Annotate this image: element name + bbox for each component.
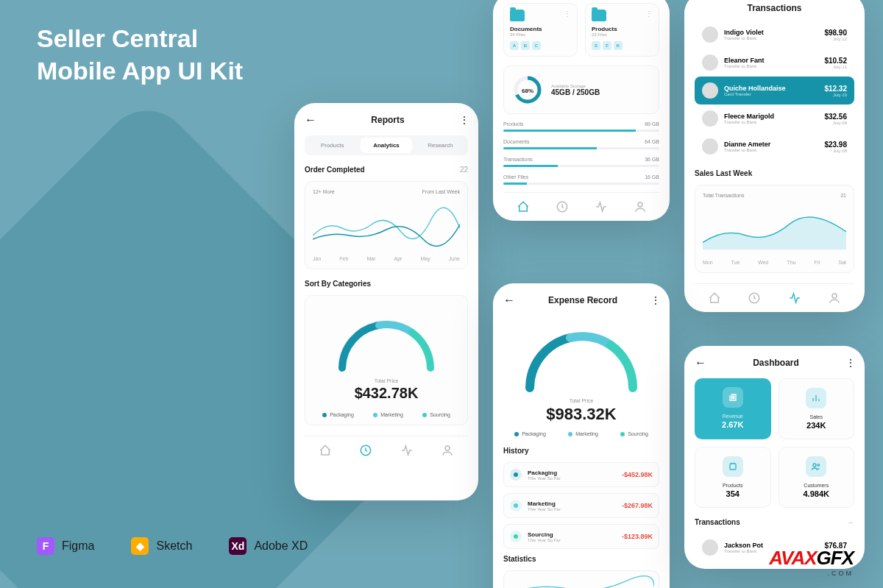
tool-adobe-xd: XdAdobe XD <box>229 537 308 555</box>
transaction-row[interactable]: Dianne AmeterTransfer to Bank$23.98July … <box>695 132 854 160</box>
history-list: PackagingThis Year So Far-$452.98KMarket… <box>503 462 659 549</box>
activity-icon[interactable] <box>595 200 608 213</box>
svg-point-8 <box>832 294 837 298</box>
history-title: History <box>503 447 528 455</box>
bar-row: Transactions36 GB <box>503 157 659 167</box>
more-icon[interactable]: ⋮ <box>459 114 468 126</box>
more-icon[interactable]: ⋮ <box>845 357 854 369</box>
x-axis-months: JanFebMarAprMayJune <box>313 256 460 261</box>
bar-row: Other Files16 GB <box>503 174 659 185</box>
user-icon[interactable] <box>634 200 647 213</box>
activity-icon[interactable] <box>400 444 414 457</box>
legend-item: Packaging <box>514 431 546 436</box>
exp-gauge-value: $983.32K <box>503 405 659 424</box>
phone-dashboard: ← Dashboard ⋮ Revenue2.67KSales234KProdu… <box>684 346 865 569</box>
legend-item: Sourcing <box>422 412 450 417</box>
tools-row: FFigma◆SketchXdAdobe XD <box>37 537 308 555</box>
tab-analytics[interactable]: Analytics <box>361 138 411 153</box>
phone-reports: ← Reports ⋮ ProductsAnalyticsResearch Or… <box>294 103 478 500</box>
dash-trans-title: Transactions <box>695 518 740 526</box>
storage-card: 68% Available Storage45GB / 250GB <box>503 65 659 114</box>
section-order-completed: Order Completed <box>305 166 365 174</box>
phone-transactions: Transactions Indigo VioletTransfer to Ba… <box>684 0 865 312</box>
folder-row: ⋮Documents34 FilesABC⋮Products23 FilesSF… <box>503 3 659 57</box>
exp-gauge-label: Total Price <box>503 398 659 403</box>
svg-point-6 <box>638 202 642 207</box>
more-label: 12+ More <box>313 189 335 194</box>
back-icon[interactable]: ← <box>503 294 515 307</box>
tab-research[interactable]: Research <box>415 138 466 153</box>
transaction-row[interactable]: Quiche HollandaiseCard Transfer$12.32Jul… <box>695 77 854 105</box>
history-row[interactable]: MarketingThis Year So Far-$267.98K <box>503 493 659 518</box>
expense-gauge: Total Price $983.32K PackagingMarketingS… <box>503 316 659 439</box>
dash-grid: Revenue2.67KSales234KProducts354Customer… <box>695 378 854 508</box>
svg-point-9 <box>731 396 732 397</box>
arrow-right-icon[interactable]: → <box>847 518 854 526</box>
svg-point-14 <box>813 464 816 467</box>
legend-reports: PackagingMarketingSourcing <box>313 412 460 417</box>
back-icon[interactable]: ← <box>695 356 706 369</box>
dash-card-revenue[interactable]: Revenue2.67K <box>695 378 771 439</box>
avatar <box>702 82 718 99</box>
avatar <box>702 110 718 127</box>
transaction-row[interactable]: Eleanor FantTransfer to Bank$10.52July 1… <box>695 49 854 77</box>
activity-icon[interactable] <box>788 291 801 305</box>
tt-count: 21 <box>840 193 846 198</box>
bar-row: Documents64 GB <box>503 139 659 149</box>
dash-card-sales[interactable]: Sales234K <box>779 378 855 439</box>
svg-point-12 <box>733 398 734 399</box>
more-icon[interactable]: ⋮ <box>645 10 653 18</box>
svg-point-15 <box>818 464 820 467</box>
transaction-row[interactable]: Fleece MarigoldTransfer to Bank$32.56Jul… <box>695 105 854 132</box>
headline: Seller Central Mobile App UI Kit <box>37 22 243 87</box>
avatar <box>702 54 718 71</box>
svg-rect-13 <box>730 464 736 470</box>
folder-icon <box>510 10 525 21</box>
history-row[interactable]: SourcingThis Year So Far-$123.89K <box>503 524 659 549</box>
more-icon[interactable]: ⋮ <box>564 10 571 18</box>
dash-card-products[interactable]: Products354 <box>695 447 771 508</box>
folder-card[interactable]: ⋮Documents34 FilesABC <box>503 3 578 57</box>
page-title: Reports <box>371 115 404 125</box>
gauge-chart: Total Price $432.78K PackagingMarketingS… <box>305 295 468 425</box>
svg-point-11 <box>731 398 732 399</box>
svg-text:68%: 68% <box>522 88 533 94</box>
transaction-row[interactable]: Indigo VioletTransfer to Bank$98.90July … <box>695 21 854 49</box>
history-row[interactable]: PackagingThis Year So Far-$452.98K <box>503 462 659 487</box>
home-icon[interactable] <box>708 291 721 305</box>
home-icon[interactable] <box>517 200 530 213</box>
from-label: From Last Week <box>422 189 460 194</box>
section-sort: Sort By Categories <box>305 280 371 288</box>
user-icon[interactable] <box>441 444 454 457</box>
tt-label: Total Transactions <box>703 193 744 198</box>
dashboard-title: Dashboard <box>753 358 799 368</box>
user-icon[interactable] <box>828 291 841 305</box>
x-axis-days: MonTueWedThuFriSat <box>703 260 846 265</box>
folder-card[interactable]: ⋮Products23 FilesSFK <box>585 3 659 57</box>
clock-icon[interactable] <box>359 444 372 457</box>
home-icon[interactable] <box>319 444 332 457</box>
watermark: AVAXGFX .COM <box>769 547 854 577</box>
trans-list: Indigo VioletTransfer to Bank$98.90July … <box>695 21 854 160</box>
avatar <box>702 539 718 556</box>
sales-title: Sales Last Week <box>695 169 752 177</box>
svg-point-10 <box>733 396 734 397</box>
back-icon[interactable]: ← <box>305 113 316 127</box>
more-icon[interactable]: ⋮ <box>650 294 659 306</box>
tab-products[interactable]: Products <box>307 138 358 153</box>
avail-value: 45GB / 250GB <box>551 88 600 96</box>
legend-item: Marketing <box>568 431 598 436</box>
dash-card-customers[interactable]: Customers4.984K <box>779 447 855 508</box>
tabs: ProductsAnalyticsResearch <box>305 135 468 155</box>
legend-item: Packaging <box>322 412 354 417</box>
legend-expense: PackagingMarketingSourcing <box>503 431 659 436</box>
clock-icon[interactable] <box>748 291 761 305</box>
avatar <box>702 26 718 43</box>
stats-title: Statistics <box>503 555 536 563</box>
clock-icon[interactable] <box>556 200 569 213</box>
legend-item: Marketing <box>373 412 403 417</box>
sales-chart: Total Transactions21 MonTueWedThuFriSat <box>695 185 854 273</box>
nav-bar-trans <box>695 283 854 305</box>
bar-row: Products89 GB <box>503 121 659 132</box>
tool-figma: FFigma <box>37 537 94 555</box>
